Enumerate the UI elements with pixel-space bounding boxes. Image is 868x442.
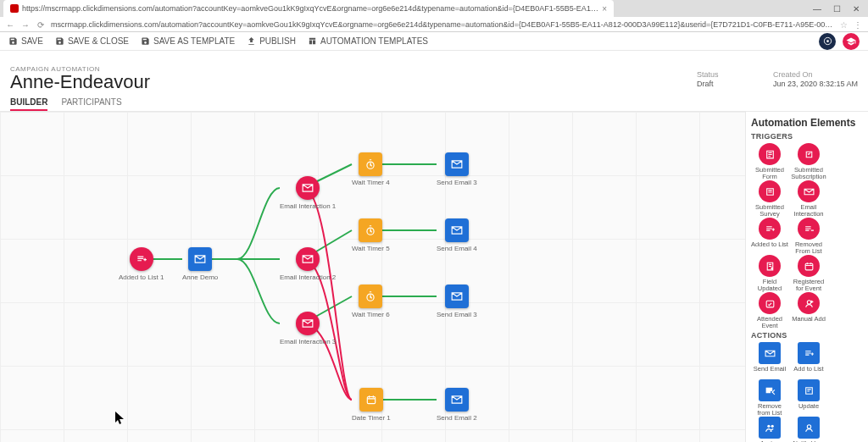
forward-icon[interactable]: → xyxy=(20,20,31,30)
grad-cap-icon[interactable] xyxy=(843,33,860,50)
node-wait-timer-6[interactable]: Wait Timer 6 xyxy=(352,285,390,318)
back-icon[interactable]: ← xyxy=(5,20,15,30)
node-added-to-list[interactable]: Added to List 1 xyxy=(119,247,164,281)
envelope-icon xyxy=(451,158,463,170)
node-email-interaction-1[interactable]: Email Interaction 1 xyxy=(280,176,336,210)
node-email-interaction-2[interactable]: Email Interaction 2 xyxy=(280,247,336,281)
status-value: Draft xyxy=(697,80,748,88)
palette-item[interactable]: Manual Add xyxy=(790,292,827,328)
reload-icon[interactable]: ⟳ xyxy=(36,20,46,30)
palette-icon xyxy=(759,417,781,439)
envelope-icon xyxy=(302,318,314,329)
node-send-email-2[interactable]: Send Email 2 xyxy=(437,388,477,422)
menu-icon[interactable]: ⋮ xyxy=(853,20,863,30)
node-date-timer-1[interactable]: Date Timer 1 xyxy=(352,388,391,422)
palette-icon xyxy=(759,143,781,165)
node-send-email-4[interactable]: Send Email 4 xyxy=(437,218,477,252)
palette-label: Send Email xyxy=(754,366,786,378)
tab-participants[interactable]: PARTICIPANTS xyxy=(61,95,121,111)
palette-icon xyxy=(759,255,781,277)
palette-item[interactable]: Removed From List xyxy=(790,218,827,253)
calendar-icon xyxy=(365,394,377,406)
envelope-icon xyxy=(194,253,206,265)
node-anne-demo[interactable]: Anne Demo xyxy=(182,247,218,281)
palette-item[interactable]: Attended Event xyxy=(751,292,788,328)
palette-icon xyxy=(798,379,820,401)
save-close-button[interactable]: SAVE & CLOSE xyxy=(55,36,129,46)
palette-label: Submitted Form xyxy=(751,167,788,179)
stopwatch-icon xyxy=(364,158,376,170)
palette-item[interactable]: Submitted Subscription xyxy=(790,143,827,179)
app-badge-icon[interactable] xyxy=(819,33,836,50)
node-email-interaction-3[interactable]: Email Interaction 3 xyxy=(280,312,336,345)
palette-item[interactable]: Assign xyxy=(751,417,788,442)
address-bar[interactable]: mscrmapp.clickdimensions.com/automation?… xyxy=(51,20,835,29)
page-title: Anne-Endeavour xyxy=(10,73,150,91)
builder-canvas[interactable]: Added to List 1 Anne Demo Email Interact… xyxy=(0,112,745,442)
palette-item[interactable]: Added to List xyxy=(751,218,788,253)
palette-icon xyxy=(798,342,820,364)
envelope-icon xyxy=(302,253,314,265)
close-icon[interactable]: × xyxy=(602,4,607,14)
node-wait-timer-4[interactable]: Wait Timer 4 xyxy=(352,152,390,186)
browser-chrome: https://mscrmapp.clickdimensions.com/aut… xyxy=(0,0,868,32)
palette-label: Add to List xyxy=(793,366,823,378)
stopwatch-icon xyxy=(364,224,376,236)
node-wait-timer-5[interactable]: Wait Timer 5 xyxy=(352,218,390,252)
palette-icon xyxy=(759,180,781,202)
save-template-button[interactable]: SAVE AS TEMPLATE xyxy=(141,36,235,46)
palette-icon xyxy=(798,218,820,240)
palette-label: Submitted Subscription xyxy=(790,167,827,179)
node-send-email-3b[interactable]: Send Email 3 xyxy=(437,285,477,318)
palette-icon xyxy=(759,218,781,240)
publish-button[interactable]: PUBLISH xyxy=(247,36,296,46)
palette-icon xyxy=(759,342,781,364)
envelope-icon xyxy=(451,290,463,302)
list-add-icon xyxy=(136,253,147,265)
svg-point-1 xyxy=(826,40,829,42)
svg-point-19 xyxy=(767,424,770,427)
palette-icon xyxy=(759,379,781,401)
page-header: CAMPAIGN AUTOMATION Anne-Endeavour Statu… xyxy=(0,51,868,91)
palette-label: Registered for Event xyxy=(790,279,827,290)
palette-item[interactable]: Update xyxy=(790,379,827,415)
save-close-icon xyxy=(55,36,64,46)
palette-label: Submitted Survey xyxy=(751,204,788,216)
palette-icon xyxy=(798,180,820,202)
palette-icon xyxy=(798,417,820,439)
palette-item[interactable]: Email Interaction xyxy=(790,180,827,216)
sidebar-title: Automation Elements xyxy=(751,117,863,129)
window-controls: — ☐ ✕ xyxy=(804,4,868,14)
svg-point-21 xyxy=(807,424,810,428)
bookmark-icon[interactable]: ☆ xyxy=(840,20,848,30)
automation-templates-button[interactable]: AUTOMATION TEMPLATES xyxy=(308,36,428,46)
svg-rect-15 xyxy=(367,397,375,404)
palette-item[interactable]: Field Updated xyxy=(751,255,788,290)
palette-item[interactable]: Remove from List xyxy=(751,379,788,415)
svg-point-18 xyxy=(807,300,810,303)
palette-item[interactable]: Notify User xyxy=(790,417,827,442)
palette-item[interactable]: Add to List xyxy=(790,342,827,378)
actions-heading: ACTIONS xyxy=(751,331,863,340)
created-value: Jun 23, 2020 8:32:15 AM xyxy=(773,80,858,88)
minimize-icon[interactable]: — xyxy=(813,4,821,14)
elements-sidebar: Automation Elements TRIGGERS Submitted F… xyxy=(745,112,868,442)
palette-label: Attended Event xyxy=(751,316,788,328)
palette-item[interactable]: Submitted Form xyxy=(751,143,788,179)
status-field: Status Draft xyxy=(697,70,748,88)
palette-item[interactable]: Registered for Event xyxy=(790,255,827,290)
close-window-icon[interactable]: ✕ xyxy=(853,4,860,14)
tab-title: https://mscrmapp.clickdimensions.com/aut… xyxy=(22,4,598,13)
maximize-icon[interactable]: ☐ xyxy=(833,4,841,14)
palette-icon xyxy=(798,292,820,314)
palette-label: Added to List xyxy=(751,241,788,253)
publish-icon xyxy=(247,36,256,46)
save-template-icon xyxy=(141,36,150,46)
browser-tab[interactable]: https://mscrmapp.clickdimensions.com/aut… xyxy=(3,0,614,17)
palette-item[interactable]: Submitted Survey xyxy=(751,180,788,216)
tab-builder[interactable]: BUILDER xyxy=(10,95,47,111)
palette-item[interactable]: Send Email xyxy=(751,342,788,378)
palette-icon xyxy=(759,292,781,314)
node-send-email-3a[interactable]: Send Email 3 xyxy=(437,152,477,186)
save-button[interactable]: SAVE xyxy=(8,36,43,46)
